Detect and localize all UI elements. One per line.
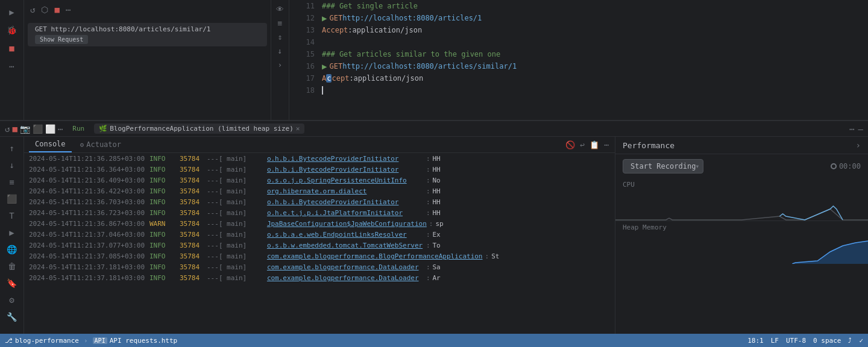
debug-icon[interactable]: 🐞: [5, 23, 19, 37]
screenshot-icon[interactable]: 📷: [20, 124, 30, 134]
tab-close-icon[interactable]: ✕: [296, 125, 300, 133]
code-line-15: 15 ### Get articles similar to the given…: [289, 48, 868, 60]
play-icon[interactable]: ▶: [7, 226, 16, 239]
show-request-btn[interactable]: Show Request: [35, 35, 88, 44]
cursor-highlight: c: [326, 74, 332, 83]
code-line-14: 14: [289, 36, 868, 48]
status-branch[interactable]: ⎇ blog-performance: [5, 337, 79, 345]
svg-marker-0: [615, 241, 868, 264]
stop-icon[interactable]: ■: [5, 41, 19, 55]
code-line-12: 12 ▶ GET http://localhost:8080/articles/…: [289, 12, 868, 24]
perf-recording: Start Recording ▾ 00:00: [615, 154, 868, 178]
eye-icon[interactable]: 👁: [275, 4, 285, 15]
clear-icon[interactable]: 🚫: [564, 139, 576, 151]
log-line: 2024-05-14T11:21:36.422+03:00 INFO 35784…: [24, 187, 615, 198]
status-file-path[interactable]: API API requests.http: [93, 337, 178, 345]
recording-time-display: 00:00: [839, 162, 861, 170]
editor-right-toolbar: 👁 ≡ ⇕ ↓ ›: [271, 0, 289, 120]
copy-icon[interactable]: 📋: [588, 139, 600, 151]
layout-icon[interactable]: ≡: [277, 17, 284, 29]
log-line: 2024-05-14T11:21:37.181+03:00 INFO 35784…: [24, 263, 615, 274]
console-tabs: Console ⚙ Actuator 🚫 ↩ 📋 ⋯: [24, 137, 615, 153]
run-debug-icon[interactable]: ▶: [5, 5, 19, 19]
recording-time: 00:00: [831, 162, 861, 170]
editor-area: ▶ 🐞 ■ ⋯ ↺ ⬡ ■ ⋯ GET http://localhost:808…: [0, 0, 868, 120]
perf-expand-icon[interactable]: ›: [856, 140, 861, 150]
record-icon[interactable]: ⬛: [33, 124, 43, 134]
performance-panel: Performance › Start Recording ▾ 00:00 CP…: [615, 137, 868, 334]
minimize-icon[interactable]: —: [858, 124, 863, 134]
bookmark-icon[interactable]: 🔖: [5, 277, 19, 290]
text-cursor: [322, 86, 323, 95]
status-bar: ⎇ blog-performance › API API requests.ht…: [0, 334, 868, 347]
trash-icon[interactable]: 🗑: [6, 260, 18, 273]
chevron-right-icon[interactable]: ›: [277, 59, 284, 70]
check-icon[interactable]: ✓: [859, 337, 863, 345]
more-icon[interactable]: ⋯: [5, 59, 19, 73]
line-ending[interactable]: LF: [771, 337, 779, 345]
run-indicator: Run: [72, 125, 84, 133]
filter-icon[interactable]: ≡: [7, 175, 16, 189]
file-name: API requests.http: [110, 337, 178, 345]
console-area: ↑ ↓ ≡ ⬛ T ▶ 🌐 🗑 🔖 ⚙ 🔧 Console ⚙ Actuator: [0, 137, 868, 334]
more-run-icon[interactable]: ⋯: [58, 124, 63, 134]
console-toolbar-right: 🚫 ↩ 📋 ⋯: [564, 139, 610, 151]
stop-run-icon[interactable]: ■: [12, 124, 17, 134]
console-logs: 2024-05-14T11:21:36.285+03:00 INFO 35784…: [24, 153, 615, 334]
up-arrow-icon[interactable]: ↑: [7, 142, 16, 155]
refresh-icon[interactable]: ↺: [29, 4, 36, 16]
restart-icon[interactable]: ↺: [5, 124, 10, 134]
indentation[interactable]: 0 space: [813, 337, 841, 345]
http-panel-content: GET http://localhost:8080/articles/simil…: [24, 19, 271, 120]
actuator-icon: ⚙: [80, 141, 84, 149]
text-icon[interactable]: T: [7, 209, 16, 222]
code-editor[interactable]: 11 ### Get single article 12 ▶ GET http:…: [289, 0, 868, 120]
run-icon2[interactable]: ⬜: [45, 124, 55, 134]
cursor-position[interactable]: 18:1: [747, 337, 764, 345]
run-tab[interactable]: Run: [68, 123, 89, 134]
bottom-panel: ↺ ■ 📷 ⬛ ⬜ ⋯ Run 🌿 BlogPerformanceApplica…: [0, 120, 868, 334]
cpu-section-header: CPU: [615, 178, 868, 191]
file-encoding[interactable]: UTF-8: [786, 337, 806, 345]
log-line: 2024-05-14T11:21:37.181+03:00 INFO 35784…: [24, 274, 615, 284]
expand-icon[interactable]: ⇕: [277, 31, 284, 43]
run-line-12[interactable]: ▶: [322, 13, 327, 23]
console-panel: Console ⚙ Actuator 🚫 ↩ 📋 ⋯: [24, 137, 615, 334]
api-icon: API: [93, 337, 107, 344]
app-name-label: BlogPerformanceApplication (limited heap…: [110, 125, 294, 133]
download-icon[interactable]: ↓: [277, 45, 284, 57]
down-arrow-icon[interactable]: ↓: [7, 158, 16, 172]
log-line: 2024-05-14T11:21:37.085+03:00 INFO 35784…: [24, 252, 615, 263]
tools-icon[interactable]: 🔧: [5, 310, 19, 324]
heap-section-header: Heap Memory: [615, 221, 868, 234]
wrap-icon[interactable]: ↩: [579, 139, 586, 151]
cpu-chart: [615, 191, 868, 221]
run-line-16[interactable]: ▶: [322, 61, 327, 71]
bottom-left-bar: ↑ ↓ ≡ ⬛ T ▶ 🌐 🗑 🔖 ⚙ 🔧: [0, 137, 24, 334]
start-recording-button[interactable]: Start Recording ▾: [623, 159, 703, 174]
tab-actuator[interactable]: ⚙ Actuator: [74, 137, 127, 152]
run-bar-right: ⋯ —: [849, 124, 863, 134]
settings-icon[interactable]: ⚙: [7, 293, 16, 307]
code-line-16: 16 ▶ GET http://localhost:8080/articles/…: [289, 60, 868, 72]
dropdown-arrow-icon: ▾: [695, 162, 699, 170]
http-panel-header: ↺ ⬡ ■ ⋯: [24, 0, 271, 19]
log-line: 2024-05-14T11:21:36.364+03:00 INFO 35784…: [24, 165, 615, 176]
share-icon[interactable]: ⤴: [848, 337, 852, 345]
open-in-browser-icon[interactable]: ⬡: [40, 4, 49, 16]
log-line: 2024-05-14T11:21:36.703+03:00 INFO 35784…: [24, 198, 615, 208]
tab-console[interactable]: Console: [29, 137, 72, 152]
globe-icon[interactable]: 🌐: [5, 243, 19, 256]
log-line: 2024-05-14T11:21:36.409+03:00 INFO 35784…: [24, 176, 615, 187]
heap-label: Heap Memory: [623, 224, 861, 231]
start-recording-label: Start Recording: [631, 162, 696, 170]
more-options-icon[interactable]: ⋯: [64, 4, 72, 16]
more-console-icon[interactable]: ⋯: [603, 139, 610, 151]
more-icon-right[interactable]: ⋯: [849, 124, 854, 134]
perf-title: Performance: [623, 141, 856, 150]
log-line: 2024-05-14T11:21:37.046+03:00 INFO 35784…: [24, 230, 615, 241]
stop-btn[interactable]: ■: [53, 4, 60, 16]
http-request-text: GET http://localhost:8080/articles/simil…: [35, 25, 260, 33]
layout2-icon[interactable]: ⬛: [5, 192, 19, 205]
app-run-tab[interactable]: 🌿 BlogPerformanceApplication (limited he…: [94, 123, 304, 134]
